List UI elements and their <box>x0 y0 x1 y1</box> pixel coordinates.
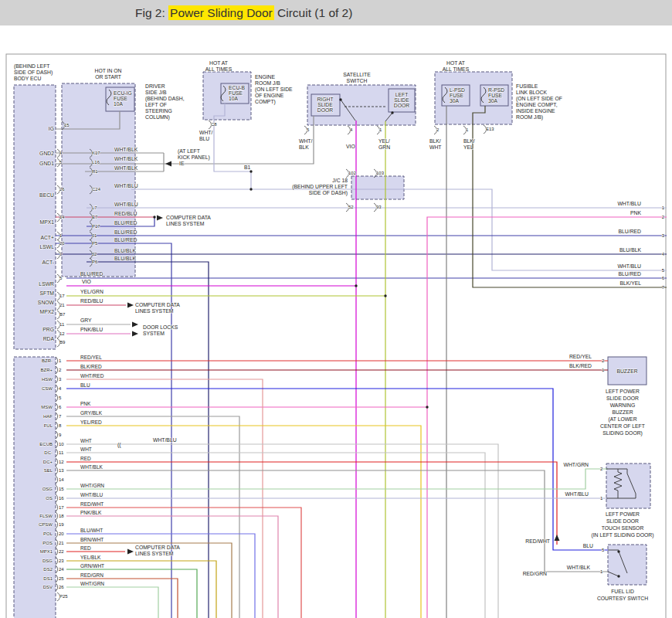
diagram-label: OR START <box>95 74 121 80</box>
diagram-label: YEL <box>463 144 473 150</box>
pin-number: K17 <box>92 151 100 155</box>
wire-color-label: WHT <box>80 447 92 452</box>
diagram-label: IG <box>49 126 54 131</box>
terminal-label: DC- <box>44 450 53 455</box>
diagram-label: RED/BLU <box>114 211 137 216</box>
pin-number: J2 <box>92 252 97 256</box>
diagram-label: (BEHIND DASH, <box>145 96 185 102</box>
diagram-label: RDA <box>43 336 55 341</box>
junction-dot <box>426 406 428 408</box>
diagram-label: GRY <box>80 317 92 323</box>
wire-color-label: WHT/BLU <box>80 492 104 497</box>
diagram-label: ALL TIMES <box>443 66 470 72</box>
pin-number: 21 <box>59 303 65 307</box>
diagram-label: FUSE <box>450 93 464 98</box>
terminal-label: CPSW <box>39 522 53 527</box>
diagram-label: SWITCH <box>347 78 368 83</box>
diagram-label: (AT LEFT <box>178 148 200 154</box>
diagram-label: WHT/BLU <box>617 201 641 206</box>
diagram-label: BUZZER <box>616 368 637 374</box>
pin-number: 14 <box>59 477 64 482</box>
diagram-label: SIDE OF DASH) <box>14 70 53 76</box>
diagram-label: BLU <box>199 136 209 141</box>
diagram-label: LINK BLOCK <box>516 90 548 95</box>
pin-number: 18 <box>59 514 64 518</box>
wire-color-label: RED/GRN <box>80 572 104 578</box>
terminal-label: CSW <box>42 386 53 391</box>
wire-color-label: GRN/WHT <box>80 563 104 569</box>
diagram-label: YEL/GRN <box>80 289 104 294</box>
diagram-label: WHT/GRN <box>564 462 589 467</box>
diagram-label: BODY ECU <box>14 76 41 81</box>
diagram-label: WHT/BLU <box>114 202 138 207</box>
pin-number: 17 <box>59 294 65 298</box>
diagram-label: R-PSD <box>488 87 504 93</box>
wire-color-label: BLU/WHT <box>80 528 103 533</box>
pin-number: 13 <box>59 468 64 473</box>
diagram-label: (ON LEFT SIDE <box>255 87 293 93</box>
diagram-label: SIDE J/B <box>145 90 167 95</box>
pin-number: 93 <box>376 205 382 209</box>
junction-dot <box>249 170 252 172</box>
diagram-label: WHT/BLU <box>153 437 177 443</box>
pin-number: C8 <box>211 122 217 127</box>
diagram-label: BLU/BLK <box>114 248 136 253</box>
diagram-label: GND1 <box>39 161 54 166</box>
diagram-label: 30A <box>450 98 460 104</box>
terminal-label: DSV <box>43 585 53 589</box>
terminal-label: ECUB <box>39 442 53 447</box>
junction-dot <box>617 575 619 577</box>
diagram-label: LINES SYSTEM <box>135 308 174 314</box>
diagram-label: ENGINE COMPT, <box>516 102 558 107</box>
wire-color-label: BLU <box>80 382 90 388</box>
diagram-label: BLU/RED <box>114 229 137 235</box>
diagram-label: ROOM J/B) <box>516 114 543 121</box>
junction-dot <box>153 216 155 218</box>
diagram-label: BLK <box>299 144 309 150</box>
diagram-label: FUSE <box>229 90 243 96</box>
pin-number: 20 <box>59 531 64 536</box>
diagram-label: ECU-IG <box>114 90 132 96</box>
figure-title-highlight: Power Sliding Door <box>168 5 274 20</box>
diagram-label: MPX2 <box>39 309 54 314</box>
diagram-label: HOT IN ON <box>95 68 122 73</box>
jc18-box <box>351 176 404 199</box>
pin-number: 24 <box>59 567 64 572</box>
diagram-label: 30A <box>488 98 498 104</box>
diagram-label: COMPUTER DATA <box>166 215 211 220</box>
diagram-label: FUEL LID <box>611 589 634 594</box>
diagram-label: SLIDE DOOR <box>606 396 639 401</box>
diagram-label: SATELLITE <box>343 72 371 77</box>
pin-number: 15 <box>59 487 64 491</box>
diagram-label: GRN <box>378 144 390 150</box>
pin-number: 11 <box>59 450 64 455</box>
diagram-label: RIGHT <box>317 97 333 102</box>
pin-number: L16 <box>92 160 100 165</box>
diagram-label: LEFT OF <box>145 102 167 107</box>
diagram-label: (( <box>117 442 121 448</box>
diagram-label: FUSE <box>488 93 503 98</box>
diagram-label: RED/GRN <box>523 571 547 576</box>
diagram-label: BUZZER <box>612 409 633 415</box>
pin-number: P6 <box>92 260 98 264</box>
terminal-label: MSW <box>41 405 53 409</box>
diagram-label: SNOW <box>38 300 55 305</box>
diagram-label: COURTESY SWITCH <box>597 596 648 601</box>
terminal-label: DS1 <box>43 576 53 581</box>
terminal-label: OS <box>46 496 53 501</box>
diagram-label: SLIDING DOOR) <box>602 430 643 436</box>
pin-number: 21 <box>59 541 64 545</box>
diagram-label: RED/WHT <box>525 538 550 544</box>
wire-color-label: RED/YEL <box>80 355 102 360</box>
diagram-label: BLU/RED <box>114 237 137 243</box>
diagram-label: LSWR <box>39 281 54 287</box>
pin-number: 12 <box>59 460 64 464</box>
diagram-label: IE <box>179 161 185 166</box>
pin-number: E13 <box>486 127 494 131</box>
pin-number: 26 <box>59 585 64 589</box>
diagram-label: VIO <box>82 279 91 284</box>
diagram-label: PRG <box>42 327 54 332</box>
diagram-label: L-PSD <box>450 87 465 93</box>
pin-number: 22 <box>59 549 64 554</box>
wire-color-label: YEL/RED <box>80 419 102 425</box>
